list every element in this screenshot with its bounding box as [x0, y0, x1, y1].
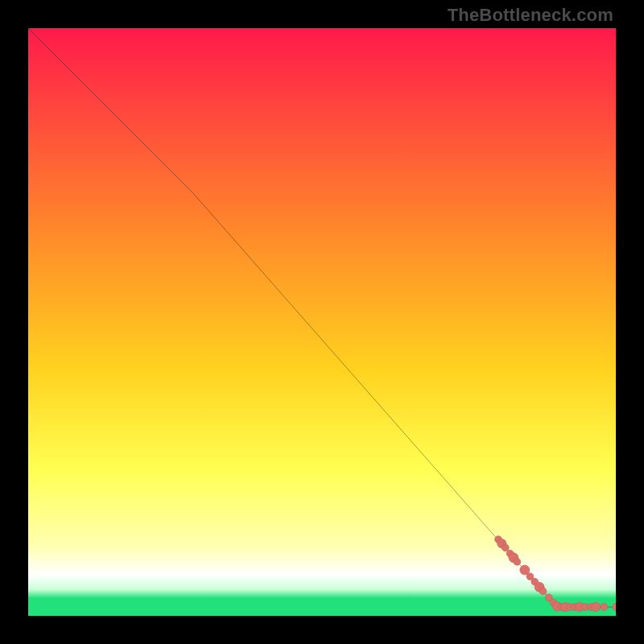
watermark-text: TheBottleneck.com — [448, 5, 613, 26]
data-point — [502, 544, 509, 551]
chart-frame: TheBottleneck.com — [0, 0, 644, 644]
chart-svg — [28, 28, 616, 616]
data-point — [514, 558, 521, 565]
data-point — [592, 602, 601, 611]
plot-area — [28, 28, 616, 616]
data-point — [539, 588, 547, 595]
data-point — [601, 604, 608, 611]
